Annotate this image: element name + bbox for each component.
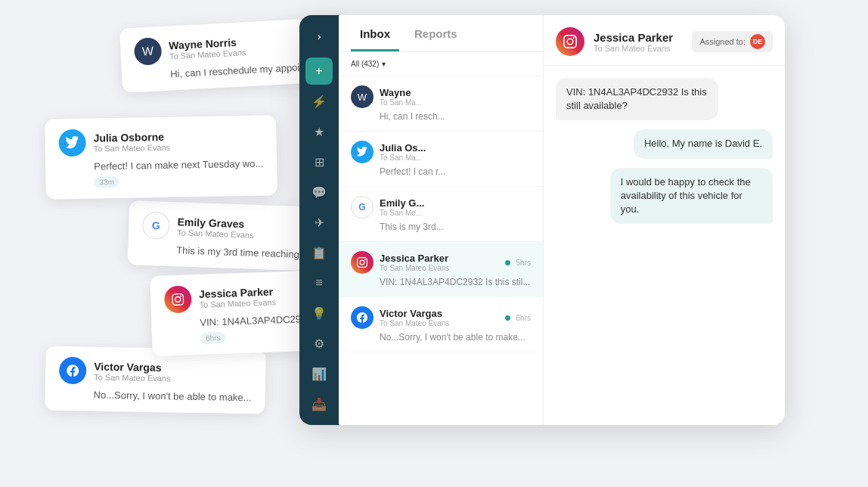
jessica-card-time: 6hrs: [200, 332, 226, 344]
chat-header: Jessica Parker To San Mateo Evans Assign…: [544, 15, 785, 66]
list-icon[interactable]: ≡: [305, 269, 333, 296]
victor-float-card: Victor Vargas To San Mateo Evans No...So…: [45, 346, 265, 414]
sidebar: › + ⚡ ★ ⊞ 💬 ✈ 📋 ≡ 💡 ⚙ 📊 📥: [299, 15, 339, 425]
grid-icon[interactable]: ⊞: [305, 148, 333, 175]
conv-msg-jessica: VIN: 1N4AL3AP4DC2932 Is this stil...: [380, 277, 531, 287]
conv-sub-victor: To San Mateo Evans: [380, 319, 499, 327]
chart-icon[interactable]: 📊: [305, 360, 333, 387]
emily-avatar: G: [142, 212, 170, 240]
conv-item-victor[interactable]: Victor Vargas To San Mateo Evans 6hrs No…: [339, 297, 543, 352]
julia-avatar: [58, 129, 86, 157]
conv-name-jessica: Jessica Parker: [380, 253, 499, 264]
message-1: VIN: 1N4AL3AP4DC2932 Is this still avail…: [556, 78, 718, 120]
conv-avatar-victor: [351, 306, 374, 329]
victor-card-name: Victor Vargas: [94, 361, 171, 374]
app-container: › + ⚡ ★ ⊞ 💬 ✈ 📋 ≡ 💡 ⚙ 📊 📥 Inbox Reports …: [299, 15, 785, 425]
lightning-icon[interactable]: ⚡: [305, 88, 333, 115]
assigned-avatar: DE: [750, 34, 765, 49]
chat-panel: Jessica Parker To San Mateo Evans Assign…: [543, 15, 785, 425]
tab-bar: Inbox Reports: [339, 15, 543, 52]
julia-card-time: 33m: [94, 176, 119, 188]
conv-sub-wayne: To San Ma...: [380, 98, 531, 107]
conv-sub-emily: To San Me...: [380, 209, 531, 217]
compose-button[interactable]: +: [305, 57, 333, 85]
clipboard-icon[interactable]: 📋: [305, 239, 333, 266]
jessica-conv-time: 5hrs: [516, 259, 531, 267]
victor-card-sub: To San Mateo Evans: [94, 373, 171, 383]
conv-item-jessica[interactable]: Jessica Parker To San Mateo Evans 5hrs V…: [339, 242, 543, 297]
inbox-tray-icon[interactable]: 📥: [305, 390, 333, 417]
conv-name-julia: Julia Os...: [380, 142, 531, 154]
emily-card-sub: To San Mateo Evans: [177, 228, 254, 240]
filter-label: All (432): [351, 60, 379, 68]
chat-contact-name: Jessica Parker: [594, 31, 683, 44]
send-icon[interactable]: ✈: [305, 209, 333, 236]
wayne-avatar: W: [134, 37, 163, 66]
julia-card-msg: Perfect! I can make next Tuesday wo...: [94, 158, 263, 172]
conv-msg-emily: This is my 3rd...: [380, 222, 531, 232]
conv-info-julia: Julia Os... To San Ma...: [380, 142, 531, 162]
jessica-avatar: [164, 285, 192, 313]
conv-item-emily[interactable]: G Emily G... To San Me... This is my 3rd…: [339, 187, 543, 242]
conv-info-victor: Victor Vargas To San Mateo Evans: [380, 308, 499, 327]
settings-icon[interactable]: ⚙: [305, 330, 333, 357]
conv-info-wayne: Wayne To San Ma...: [380, 87, 531, 107]
chat-header-info: Jessica Parker To San Mateo Evans: [594, 31, 683, 53]
wayne-card-sub: To San Mateo Evans: [169, 48, 246, 60]
victor-unread-dot: [505, 315, 510, 321]
conv-info-jessica: Jessica Parker To San Mateo Evans: [380, 253, 499, 272]
conv-item-wayne[interactable]: W Wayne To San Ma... Hi, can I resch...: [339, 76, 543, 132]
assigned-badge[interactable]: Assigned to: DE: [692, 31, 773, 52]
conv-name-victor: Victor Vargas: [380, 308, 499, 319]
conv-name-emily: Emily G...: [380, 197, 531, 209]
conv-avatar-julia: [351, 141, 374, 163]
conv-name-wayne: Wayne: [380, 87, 531, 98]
conv-msg-victor: No...Sorry, I won't be able to make...: [380, 332, 531, 343]
tab-reports[interactable]: Reports: [405, 15, 467, 51]
conv-avatar-jessica: [351, 251, 374, 274]
conv-avatar-emily: G: [351, 196, 374, 219]
julia-card-name: Julia Osborne: [93, 131, 170, 144]
jessica-card-name: Jessica Parker: [199, 285, 276, 300]
conv-sub-julia: To San Ma...: [380, 154, 531, 162]
chat-contact-avatar: [556, 27, 584, 56]
conv-sub-jessica: To San Mateo Evans: [380, 264, 499, 272]
julia-float-card: Julia Osborne To San Mateo Evans Perfect…: [45, 115, 277, 199]
message-2: Hello, My name is David E.: [634, 129, 773, 158]
tab-inbox[interactable]: Inbox: [351, 15, 399, 51]
conv-msg-julia: Perfect! I can r...: [380, 166, 531, 177]
conv-msg-wayne: Hi, can I resch...: [380, 111, 531, 122]
victor-card-msg: No...Sorry, I won't be able to make...: [94, 389, 252, 404]
chat-messages: VIN: 1N4AL3AP4DC2932 Is this still avail…: [544, 66, 785, 425]
conv-avatar-wayne: W: [351, 85, 374, 108]
wayne-card-name: Wayne Norris: [169, 36, 246, 51]
chat-contact-sub: To San Mateo Evans: [594, 44, 683, 53]
bulb-icon[interactable]: 💡: [305, 299, 333, 327]
conv-info-emily: Emily G... To San Me...: [380, 197, 531, 217]
victor-conv-time: 6hrs: [516, 314, 531, 322]
conv-item-julia[interactable]: Julia Os... To San Ma... Perfect! I can …: [339, 132, 543, 187]
jessica-unread-dot: [505, 260, 510, 265]
chat-icon[interactable]: 💬: [305, 178, 333, 206]
emily-card-name: Emily Graves: [177, 216, 254, 231]
sidebar-expand-button[interactable]: ›: [305, 23, 333, 50]
message-3: I would be happy to check the availabili…: [610, 168, 773, 225]
jessica-card-sub: To San Mateo Evans: [199, 297, 276, 309]
julia-card-sub: To San Mateo Evans: [94, 143, 171, 154]
filter-bar[interactable]: All (432) ▾: [339, 52, 543, 76]
inbox-panel: Inbox Reports All (432) ▾ W Wayne To San…: [339, 15, 543, 425]
conversation-list: W Wayne To San Ma... Hi, can I resch... …: [339, 76, 543, 425]
victor-avatar: [59, 357, 87, 385]
star-icon[interactable]: ★: [305, 118, 333, 145]
assigned-label: Assigned to:: [699, 37, 746, 46]
filter-chevron: ▾: [382, 60, 386, 68]
